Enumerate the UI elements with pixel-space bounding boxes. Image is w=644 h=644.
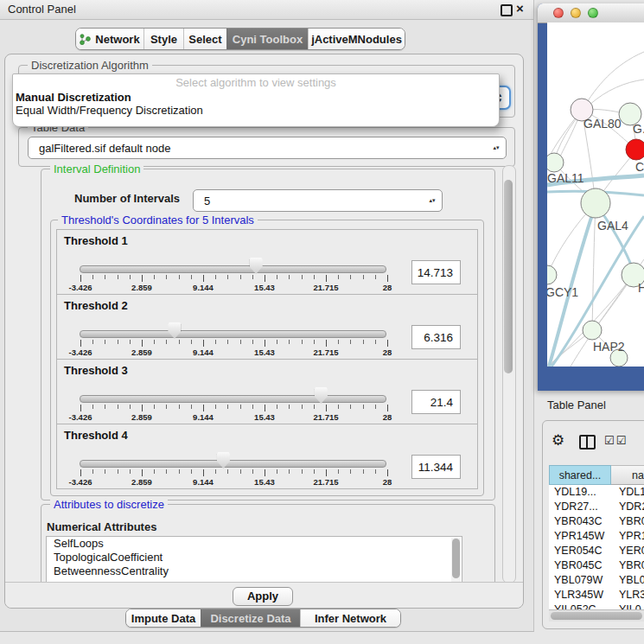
tab-style[interactable]: Style xyxy=(143,29,183,49)
cell[interactable]: YIL052C xyxy=(549,603,611,609)
cell[interactable]: YER054C xyxy=(549,544,611,558)
numerical-attributes-header: Numerical Attributes xyxy=(47,520,156,533)
node-hap2[interactable] xyxy=(583,321,602,340)
network-icon xyxy=(80,34,91,45)
cell[interactable]: YBR0 xyxy=(611,558,644,573)
apply-button[interactable]: Apply xyxy=(233,587,293,606)
tick-label: 21.715 xyxy=(313,412,338,422)
tab-discretize-data[interactable]: Discretize Data xyxy=(201,609,300,627)
column-header-name[interactable]: na xyxy=(611,465,644,485)
cell[interactable]: YPR145W xyxy=(549,529,611,544)
combo-stepper-icon: ▴▾ xyxy=(425,198,439,203)
table-horizontal-scrollbar[interactable] xyxy=(549,609,644,622)
control-panel-titlebar: Control Panel × xyxy=(0,0,533,20)
threshold-4-slider[interactable] xyxy=(80,451,385,470)
table-row[interactable]: YDR27...YDR2 xyxy=(549,500,644,514)
node-label: GCY1 xyxy=(547,285,578,299)
node-label: GAL80 xyxy=(583,117,622,131)
table-row[interactable]: YIL052CYIL0 xyxy=(549,603,644,609)
slider-track[interactable] xyxy=(80,395,386,403)
table-row[interactable]: YBR045CYBR0 xyxy=(549,558,644,573)
cell[interactable]: YBR043C xyxy=(549,514,611,529)
slider-track[interactable] xyxy=(80,460,386,468)
minimize-button[interactable] xyxy=(571,8,581,18)
node-label: GAL11 xyxy=(547,171,584,185)
network-canvas[interactable]: GAL80 G. C GAL11 GAL4 GCY1 H HAP2 xyxy=(547,22,644,367)
slider-track[interactable] xyxy=(80,330,386,338)
desktop: Control Panel × Network Style Select xyxy=(0,0,644,644)
list-item[interactable]: BetweennessCentrality xyxy=(47,564,462,578)
tab-cyni-toolbox[interactable]: Cyni Toolbox xyxy=(226,29,308,49)
threshold-3-value-field[interactable]: 21.4 xyxy=(411,390,461,414)
node-table: shared... na YDL19...YDL1 YDR27...YDR2 Y… xyxy=(549,465,644,609)
cell[interactable]: YBR045C xyxy=(549,558,611,573)
tick-label: 15.43 xyxy=(254,412,275,422)
cell[interactable]: YIL0 xyxy=(611,603,644,609)
table-row[interactable]: YLR345WYLR3 xyxy=(549,588,644,603)
threshold-2-slider[interactable] xyxy=(80,322,385,341)
scrollbar-thumb[interactable] xyxy=(504,180,513,373)
gear-icon[interactable]: ⚙ xyxy=(552,431,564,450)
tick-label: -3.426 xyxy=(69,348,92,357)
cell[interactable]: YBL079W xyxy=(549,573,611,588)
tab-impute-data[interactable]: Impute Data xyxy=(126,609,201,627)
scrollbar-thumb[interactable] xyxy=(551,612,642,620)
tab-jactivemnodules[interactable]: jActiveMNodules xyxy=(308,29,405,49)
tab-infer-network[interactable]: Infer Network xyxy=(300,609,400,627)
table-row[interactable]: YER054CYER0 xyxy=(549,544,644,558)
zoom-button[interactable] xyxy=(588,8,598,18)
table-data-combo[interactable]: galFiltered.sif default node ▴▾ xyxy=(28,137,507,159)
table-row[interactable]: YPR145WYPR1 xyxy=(549,529,644,544)
checkboxes-icon[interactable]: ☑☑ xyxy=(604,434,628,447)
attributes-list-scrollbar[interactable] xyxy=(451,538,461,582)
table-row[interactable]: YDL19...YDL1 xyxy=(549,485,644,500)
table-row[interactable]: YBR043CYBR0 xyxy=(549,514,644,529)
algorithm-option-equal-width[interactable]: Equal Width/Frequency Discretization xyxy=(13,104,499,117)
slider-major-ticks xyxy=(80,405,388,411)
node-selected-red[interactable] xyxy=(626,139,644,160)
list-item[interactable]: SelfLoops xyxy=(47,537,462,551)
settings-vertical-scrollbar[interactable] xyxy=(502,165,516,583)
tab-network[interactable]: Network xyxy=(76,29,143,49)
tick-label: 28 xyxy=(383,412,392,422)
number-of-intervals-combo[interactable]: 5 ▴▾ xyxy=(193,189,443,212)
apply-row: Apply xyxy=(5,582,523,608)
algorithm-popup-prompt: Select algorithm to view settings xyxy=(13,74,499,91)
cell[interactable]: YDL1 xyxy=(611,485,644,500)
threshold-3-slider[interactable] xyxy=(80,386,385,405)
scrollbar-thumb[interactable] xyxy=(452,539,460,578)
cell[interactable]: YBL0 xyxy=(611,573,644,588)
table-row[interactable]: YBL079WYBL0 xyxy=(549,573,644,588)
tab-select[interactable]: Select xyxy=(183,29,226,49)
slider-major-ticks xyxy=(80,340,388,347)
tab-impute-data-label: Impute Data xyxy=(131,612,195,625)
node-gal11[interactable] xyxy=(547,153,564,172)
cell[interactable]: YLR3 xyxy=(611,588,644,603)
algorithm-option-manual[interactable]: Manual Discretization xyxy=(13,91,499,104)
threshold-1-value-field[interactable]: 14.713 xyxy=(411,260,461,284)
close-icon[interactable]: × xyxy=(516,1,524,16)
column-header-shared-name[interactable]: shared... xyxy=(549,465,611,485)
control-panel-window: Control Panel × Network Style Select xyxy=(0,0,534,632)
slider-track[interactable] xyxy=(80,265,386,273)
node-label: G. xyxy=(633,122,644,136)
cell[interactable]: YDR2 xyxy=(611,500,644,514)
threshold-2-value-field[interactable]: 6.316 xyxy=(411,325,461,349)
cell[interactable]: YDL19... xyxy=(549,485,611,500)
threshold-4-value-field[interactable]: 11.344 xyxy=(411,455,461,479)
cell[interactable]: YLR345W xyxy=(549,588,611,603)
threshold-1-slider[interactable] xyxy=(80,257,385,276)
node-gal4[interactable] xyxy=(581,188,610,218)
thresholds-group-title: Threshold's Coordinates for 5 Intervals xyxy=(58,214,258,226)
cell[interactable]: YBR0 xyxy=(611,514,644,529)
close-button[interactable] xyxy=(553,8,564,18)
network-graph: GAL80 G. C GAL11 GAL4 GCY1 H HAP2 xyxy=(547,22,644,367)
node-gcy1[interactable] xyxy=(547,265,557,284)
cell[interactable]: YER0 xyxy=(611,544,644,558)
float-window-icon[interactable] xyxy=(501,4,513,16)
list-item[interactable]: TopologicalCoefficient xyxy=(47,551,462,564)
cell[interactable]: YDR27... xyxy=(549,500,611,514)
columns-icon[interactable] xyxy=(579,435,596,450)
network-window-titlebar[interactable] xyxy=(538,3,644,23)
cell[interactable]: YPR1 xyxy=(611,529,644,544)
